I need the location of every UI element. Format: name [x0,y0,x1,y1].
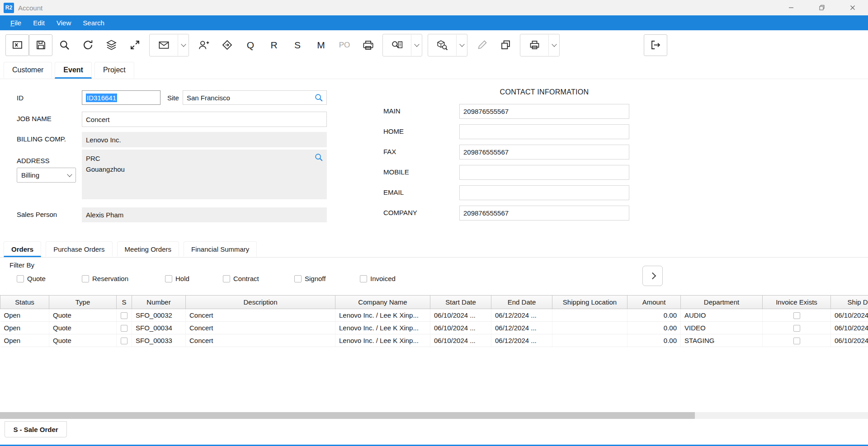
column-header-description[interactable]: Description [186,296,335,309]
menu-view[interactable]: View [51,15,77,30]
cell-department: STAGING [681,334,763,347]
column-header-company-name[interactable]: Company Name [335,296,430,309]
save-record-button[interactable] [29,34,52,56]
cell-shipping-location [552,322,627,334]
tab-financial-summary[interactable]: Financial Summary [184,241,257,257]
document-search-button[interactable] [383,35,411,56]
cancel-record-button[interactable] [5,34,29,56]
cell-company-name: Lenovo Inc. / Lee K Xinp... [335,322,430,334]
id-input[interactable]: ID316641 [82,90,160,105]
meeting-order-button[interactable]: M [309,34,333,56]
filter-checkbox-reservation[interactable] [82,275,89,282]
invoice-exists-checkbox[interactable] [793,325,800,332]
column-header-start-date[interactable]: Start Date [430,296,491,309]
column-header-shipping-location[interactable]: Shipping Location [552,296,627,309]
contact-input-main[interactable]: 209876555567 [459,104,629,119]
filter-checkbox-contract[interactable] [223,275,230,282]
item-search-dropdown-button[interactable] [456,35,467,56]
table-row[interactable]: OpenQuoteSFO_00034ConcertLenovo Inc. / L… [0,322,868,334]
invoice-exists-checkbox[interactable] [793,312,800,319]
column-header-amount[interactable]: Amount [627,296,681,309]
fax-button[interactable] [356,34,380,56]
tab-customer[interactable]: Customer [4,62,52,79]
contact-input-company[interactable]: 209876555567 [459,206,629,221]
scrollbar-thumb[interactable] [0,412,695,419]
contact-label-company: COMPANY [383,209,417,216]
filter-checkbox-signoff[interactable] [294,275,302,282]
menu-edit[interactable]: Edit [27,15,51,30]
toolbar-spacer [562,45,644,45]
filter-checkbox-invoiced[interactable] [360,275,367,282]
edit-button [470,34,494,56]
sale-checkbox[interactable] [121,312,127,319]
refresh-button[interactable] [76,34,99,56]
column-header-type[interactable]: Type [49,296,117,309]
tab-purchase-orders[interactable]: Purchase Orders [46,241,112,257]
cell-type: Quote [49,334,117,347]
filter-checkbox-quote[interactable] [17,275,24,282]
send-email-dropdown-button[interactable] [178,35,189,56]
job-name-input[interactable]: Concert [82,112,327,127]
column-header-number[interactable]: Number [132,296,186,309]
menu-search[interactable]: Search [77,15,110,30]
contact-input-mobile[interactable] [459,165,629,180]
app-icon: R2 [4,3,14,13]
menu-file[interactable]: File [5,15,27,30]
expand-filter-button[interactable] [642,266,663,286]
tab-orders[interactable]: Orders [4,241,41,257]
cell-number: SFO_00034 [132,322,186,334]
tab-project[interactable]: Project [94,62,134,79]
navigate-button[interactable] [215,34,239,56]
cell-type: Quote [49,322,117,334]
invoice-exists-checkbox[interactable] [793,338,800,344]
box-x-icon [11,39,24,51]
window-restore-button[interactable] [807,0,837,15]
tab-meeting-orders[interactable]: Meeting Orders [117,241,179,257]
cell-end-date: 06/12/2024 ... [491,334,552,347]
window-minimize-button[interactable] [776,0,807,15]
address-search-icon[interactable] [314,152,324,162]
column-header-department[interactable]: Department [681,296,763,309]
cell-description: Concert [186,322,335,334]
address-type-select[interactable]: Billing [17,168,76,183]
copy-button[interactable] [494,34,517,56]
site-search-icon[interactable] [314,93,324,103]
layers-button[interactable] [99,34,123,56]
exit-button[interactable] [644,34,667,56]
print-dropdown-button[interactable] [548,35,559,56]
column-header-ship-date[interactable]: Ship Date [831,296,868,309]
sale-checkbox[interactable] [121,338,127,344]
search-button[interactable] [52,34,76,56]
send-email-button[interactable] [150,35,178,56]
sale-order-button[interactable]: S [286,34,309,56]
table-row[interactable]: OpenQuoteSFO_00032ConcertLenovo Inc. / L… [0,309,868,322]
column-header-end-date[interactable]: End Date [491,296,552,309]
column-header-invoice-exists[interactable]: Invoice Exists [763,296,831,309]
billing-comp-value: Lenovo Inc. [86,136,121,144]
site-input[interactable]: San Francisco [183,90,327,105]
column-header-s[interactable]: S [117,296,132,309]
horizontal-scrollbar[interactable] [0,412,868,419]
document-search-dropdown-button[interactable] [411,35,422,56]
tab-event[interactable]: Event [55,62,92,79]
contact-input-home[interactable] [459,124,629,139]
quote-button[interactable]: Q [239,34,262,56]
cell-shipping-location [552,334,627,347]
chevron-right-icon [649,272,656,280]
print-button[interactable] [520,35,548,56]
contact-input-fax[interactable]: 209876555567 [459,145,629,160]
sales-person-label: Sales Person [17,211,57,218]
address-type-value: Billing [21,171,39,179]
expand-button[interactable] [123,34,146,56]
pencil-icon [476,39,488,51]
filter-checkbox-hold[interactable] [165,275,172,282]
contact-input-email[interactable] [459,185,629,200]
table-row[interactable]: OpenQuoteSFO_00033ConcertLenovo Inc. / L… [0,334,868,347]
sale-checkbox[interactable] [121,325,127,332]
reservation-button[interactable]: R [262,34,286,56]
item-search-button[interactable] [428,35,456,56]
column-header-status[interactable]: Status [0,296,49,309]
add-contact-button[interactable] [192,34,215,56]
event-form: ID ID316641 Site San Francisco JOB NAME … [0,79,868,238]
window-close-button[interactable] [837,0,868,15]
